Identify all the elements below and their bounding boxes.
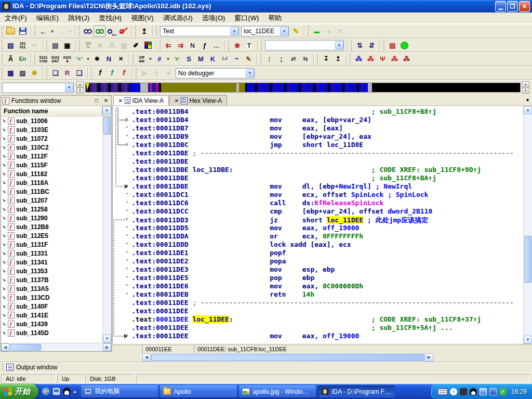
- make-enum-button[interactable]: M: [195, 54, 207, 65]
- disasm-line[interactable]: •.text:00011DB9 mov [ebp+var_24], eax: [131, 132, 523, 141]
- reset-desktop-button[interactable]: R: [61, 68, 73, 79]
- taskbar-task-ida[interactable]: IDA - D:\Program Fil...: [318, 385, 395, 397]
- forward-button[interactable]: →: [55, 25, 67, 37]
- band-scroll-up-button[interactable]: ▲: [76, 82, 84, 87]
- create-function-button[interactable]: f: [94, 68, 106, 79]
- function-list-item[interactable]: ↘sub_11072: [1, 134, 102, 143]
- tab-hex-view-a[interactable]: ✕101010Hex View-A: [169, 95, 227, 105]
- combo-dropdown-icon[interactable]: ▼: [246, 69, 254, 77]
- disasm-line[interactable]: •.text:00011DDD lock xadd [eax], ecx: [131, 241, 523, 249]
- tab-list-dropdown-icon[interactable]: ▼: [525, 98, 530, 103]
- disasm-line[interactable]: .text:00011DBE loc_11DBE: ; CODE XREF: s…: [131, 166, 523, 174]
- make-struct-button[interactable]: /–/: [219, 54, 231, 65]
- messenger-tray-icon[interactable]: [489, 388, 497, 395]
- function-list-item[interactable]: ↘sub_112E5: [1, 231, 102, 240]
- combo-dropdown-icon[interactable]: ▼: [65, 84, 73, 92]
- disasm-line[interactable]: •.text:00011DEE mov eax, off_19000: [131, 332, 523, 340]
- disasm-line[interactable]: •.text:00011DD3 jz short loc_11DEE ; 此处j…: [131, 216, 523, 224]
- menu-item-2[interactable]: 跳转(J): [63, 12, 94, 24]
- names-window-button[interactable]: N: [187, 39, 198, 51]
- script-button[interactable]: ▧: [17, 68, 29, 79]
- undefine-button[interactable]: ✕: [115, 54, 127, 65]
- update-tray-icon[interactable]: ✓: [499, 388, 507, 395]
- make-code-button[interactable]: 0101COD: [37, 54, 49, 65]
- jump-in-function-up-button[interactable]: ↥: [332, 54, 344, 65]
- make-align-button[interactable]: ✱: [91, 54, 103, 65]
- colors-button[interactable]: [142, 39, 154, 51]
- debug-run-button[interactable]: ▶: [139, 68, 151, 79]
- strings-window-button[interactable]: …: [210, 39, 222, 51]
- disasm-line[interactable]: •.text:00011DC1 mov ecx, offset SpinLock…: [131, 191, 523, 199]
- flag-button[interactable]: ▣: [61, 39, 73, 51]
- xrefs-from-button[interactable]: ⇉: [175, 39, 187, 51]
- functions-horizontal-scrollbar[interactable]: ◀ ▶: [1, 343, 111, 351]
- xref-graph-from-button[interactable]: ⁂: [401, 54, 413, 65]
- disasm-line[interactable]: •.text:00011DE5 pop ebp: [131, 274, 523, 282]
- navigation-band[interactable]: [85, 83, 521, 92]
- jump-history-combo[interactable]: ▼: [2, 83, 74, 93]
- disasm-view-button[interactable]: ▤: [5, 39, 17, 51]
- menu-item-3[interactable]: 查找(H): [94, 12, 126, 24]
- text-view-button[interactable]: T: [243, 39, 255, 51]
- function-list-item[interactable]: ↘sub_1118A: [1, 178, 102, 187]
- forward-dropdown[interactable]: ▾: [67, 25, 73, 37]
- function-list-item[interactable]: ↘sub_11258: [1, 205, 102, 214]
- function-list-item[interactable]: ↘sub_11341: [1, 258, 102, 267]
- disasm-line[interactable]: .text:00011DEE ; -----------------------…: [131, 299, 523, 307]
- disasm-line[interactable]: •.text:00011DCC cmp [ebp+var_24], offset…: [131, 207, 523, 216]
- disasm-line[interactable]: •.text:00011DE6 mov eax, 0C000000Dh: [131, 282, 523, 290]
- make-array-button[interactable]: 0101A: [61, 54, 73, 65]
- jump-in-function-down-button[interactable]: ↧: [320, 54, 332, 65]
- disasm-line[interactable]: •.text:00011DD5 mov eax, off_19000: [131, 224, 523, 232]
- quicklaunch-browser-icon[interactable]: [42, 388, 50, 395]
- save-button[interactable]: [17, 25, 29, 37]
- make-segment-button[interactable]: S: [183, 54, 195, 65]
- disasm-line[interactable]: •.text:00011DC6 call ds:KfReleaseSpinLoc…: [131, 199, 523, 207]
- functions-vertical-scrollbar[interactable]: ▼: [102, 116, 111, 343]
- function-list-item[interactable]: ↘sub_11182: [1, 169, 102, 178]
- functions-window-titlebar[interactable]: Functions window □ ✕: [1, 96, 111, 106]
- flower-button[interactable]: ❀: [231, 39, 243, 51]
- function-list-item[interactable]: ↘sub_111BC: [1, 187, 102, 196]
- quicklaunch-show-desktop-icon[interactable]: [52, 388, 60, 395]
- function-name-column-header[interactable]: Function name: [1, 106, 102, 116]
- quick-launch-more-chevron[interactable]: »: [73, 389, 76, 395]
- encoding-button[interactable]: En: [17, 54, 29, 65]
- tab-close-icon[interactable]: ✕: [175, 98, 179, 103]
- make-stackvar-button[interactable]: K: [207, 54, 219, 65]
- disasm-line[interactable]: •.text:00011DE1 popf: [131, 249, 523, 257]
- menu-item-4[interactable]: 视图(V): [126, 12, 158, 24]
- options-gear-button[interactable]: ❋: [29, 68, 41, 79]
- combo-dropdown-icon[interactable]: ▼: [335, 41, 343, 49]
- search-again-button[interactable]: [94, 25, 105, 37]
- hex-dump-button[interactable]: 101011: [17, 39, 29, 51]
- stack-push-button[interactable]: ⇄: [287, 54, 299, 65]
- tab-close-icon[interactable]: ✕: [118, 98, 123, 103]
- functions-scroll-right-button[interactable]: ▶: [103, 343, 111, 351]
- menu-item-0[interactable]: 文件(F): [0, 12, 32, 24]
- function-list-item[interactable]: ↘sub_11207: [1, 196, 102, 205]
- network-tray-icon[interactable]: [480, 388, 487, 395]
- output-window-bar[interactable]: Output window: [0, 362, 532, 373]
- name-combo[interactable]: loc_11DEE▼: [241, 26, 289, 36]
- menu-item-8[interactable]: 帮助: [263, 12, 286, 24]
- filter-combo[interactable]: ▼: [265, 40, 344, 50]
- search-binary-button[interactable]: 101: [105, 25, 117, 37]
- make-name-button[interactable]: N: [103, 54, 115, 65]
- functions-scroll-up-button[interactable]: ▲: [102, 106, 111, 114]
- disasm-line[interactable]: •.text:00011DBC jmp short loc_11D8E: [131, 141, 523, 149]
- number-dropdown[interactable]: ▾: [165, 54, 171, 65]
- menu-item-5[interactable]: 调试器(U): [158, 12, 197, 24]
- function-list-item[interactable]: ↘sub_1115F: [1, 161, 102, 169]
- print-button[interactable]: ▦: [118, 39, 130, 51]
- segments-button[interactable]: ▤: [49, 39, 61, 51]
- add-button[interactable]: +: [323, 25, 335, 37]
- taskbar-task-folder[interactable]: Apollo: [160, 385, 237, 397]
- make-offset-button[interactable]: Offdat: [136, 54, 148, 65]
- debug-pause-button[interactable]: ‖: [151, 68, 163, 79]
- search-button[interactable]: [82, 25, 94, 37]
- disasm-line[interactable]: .text:00011DBE ; -----------------------…: [131, 149, 523, 157]
- calculator-button[interactable]: ▦: [5, 68, 17, 79]
- delete-button[interactable]: ✕: [335, 25, 347, 37]
- functions-close-button[interactable]: ✕: [102, 97, 110, 104]
